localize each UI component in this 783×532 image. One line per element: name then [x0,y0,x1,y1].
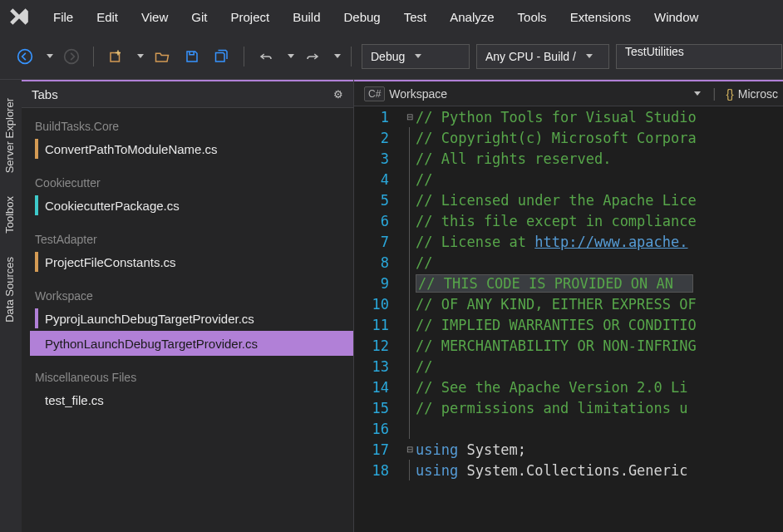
menu-file[interactable]: File [42,0,85,33]
line-number: 9 [354,273,389,293]
redo-button[interactable] [301,45,324,68]
tab-group-label: Cookiecutter [30,173,353,193]
file-name-label: ConvertPathToModuleName.cs [45,142,218,156]
fold-guide [409,460,416,480]
fold-guide [409,397,416,418]
code-line[interactable]: // [416,252,783,273]
side-tab-toolbox[interactable]: Toolbox [0,185,22,245]
fold-guide [409,148,416,169]
code-line[interactable]: // Licensed under the Apache Lice [416,190,783,210]
code-line[interactable]: // License at http://www.apache. [416,231,783,252]
menu-window[interactable]: Window [643,0,710,33]
tab-file-item[interactable]: ConvertPathToModuleName.cs [30,136,353,161]
line-number: 1 [354,106,389,127]
menubar: FileEditViewGitProjectBuildDebugTestAnal… [0,0,783,33]
tab-file-item[interactable]: PythonLaunchDebugTargetProvider.cs [30,331,353,356]
file-color-bar [35,195,38,215]
line-number: 18 [354,460,389,480]
file-color-bar [35,139,38,159]
code-line[interactable]: // See the Apache Version 2.0 Li [416,377,783,397]
code-line[interactable]: using System; [416,439,783,460]
side-tab-data-sources[interactable]: Data Sources [0,245,22,334]
nav-back-button[interactable] [13,45,37,68]
undo-dropdown[interactable] [288,54,294,58]
code-line[interactable]: // Copyright(c) Microsoft Corpora [416,127,783,148]
side-tab-server-explorer[interactable]: Server Explorer [0,86,22,185]
code-line[interactable]: // OF ANY KIND, EITHER EXPRESS OF [416,293,783,314]
nav-forward-button[interactable] [60,45,83,68]
fold-toggle[interactable]: ⊟ [404,439,416,460]
vs-logo-icon [7,4,32,29]
menu-tools[interactable]: Tools [506,0,559,33]
code-line[interactable]: // [416,356,783,377]
code-line[interactable]: using System.Collections.Generic [416,460,783,480]
fold-guide [409,418,416,439]
tab-file-item[interactable]: test_file.cs [30,387,353,412]
fold-guide [409,231,416,252]
menu-test[interactable]: Test [392,0,439,33]
save-button[interactable] [180,45,204,68]
menu-analyze[interactable]: Analyze [438,0,505,33]
chevron-down-icon [415,54,421,58]
chevron-down-icon [586,54,593,58]
tabs-panel-title: Tabs [32,87,58,101]
line-number: 5 [354,190,389,210]
code-editor[interactable]: // Python Tools for Visual Studio// Copy… [416,106,783,532]
code-line[interactable] [416,418,783,439]
fold-guide [409,273,416,293]
code-line[interactable]: // MERCHANTABILITY OR NON-INFRING [416,335,783,356]
file-name-label: PythonLaunchDebugTargetProvider.cs [45,337,258,351]
editor-area: C# Workspace | {} Microsc 12345678910111… [354,80,783,532]
tab-group-label: Miscellaneous Files [30,367,353,387]
new-item-button[interactable] [104,45,127,68]
tab-file-item[interactable]: ProjectFileConstants.cs [30,249,353,274]
file-name-label: PyprojLaunchDebugTargetProvider.cs [45,312,254,326]
fold-toggle[interactable]: ⊟ [404,106,416,127]
fold-guide [409,377,416,397]
tab-file-item[interactable]: CookiecutterPackage.cs [30,193,353,218]
undo-button[interactable] [254,45,278,68]
breadcrumb-namespace[interactable]: {} Microsc [721,87,783,101]
fold-guide [409,293,416,314]
fold-guide [409,190,416,210]
toolbar-separator [351,47,352,66]
code-line[interactable]: // Python Tools for Visual Studio [416,106,783,127]
code-line[interactable]: // THIS CODE IS PROVIDED ON AN [416,273,783,293]
line-number: 11 [354,314,389,335]
chevron-down-icon[interactable] [694,91,701,96]
code-line[interactable]: // [416,169,783,190]
menu-debug[interactable]: Debug [332,0,392,33]
code-line[interactable]: // IMPLIED WARRANTIES OR CONDITIO [416,314,783,335]
tab-group-label: TestAdapter [30,229,353,249]
solution-config-dropdown[interactable]: Debug [362,44,470,69]
line-number: 10 [354,293,389,314]
file-color-bar [35,390,38,410]
open-button[interactable] [150,45,174,68]
nav-back-dropdown[interactable] [47,54,53,58]
breadcrumb-project[interactable]: C# Workspace [359,86,456,101]
code-line[interactable]: // All rights reserved. [416,148,783,169]
redo-dropdown[interactable] [334,54,341,58]
code-line[interactable]: // this file except in compliance [416,210,783,231]
toolbar-separator [93,47,94,66]
menu-build[interactable]: Build [281,0,332,33]
tab-file-item[interactable]: PyprojLaunchDebugTargetProvider.cs [30,306,353,331]
menu-edit[interactable]: Edit [85,0,130,33]
svg-point-0 [18,49,32,63]
gear-icon[interactable]: ⚙ [333,88,343,101]
menu-git[interactable]: Git [180,0,219,33]
breadcrumb: C# Workspace | {} Microsc [354,81,783,106]
side-tab-strip: Server ExplorerToolboxData Sources [0,80,22,532]
file-name-label: test_file.cs [45,393,104,407]
line-number-gutter: 123456789101112131415161718 [354,106,404,532]
menu-project[interactable]: Project [219,0,281,33]
start-target-textbox[interactable]: TestUtilities [616,44,782,69]
fold-guide [409,335,416,356]
menu-view[interactable]: View [130,0,180,33]
code-line[interactable]: // permissions and limitations u [416,397,783,418]
line-number: 16 [354,418,389,439]
save-all-button[interactable] [210,45,234,68]
menu-extensions[interactable]: Extensions [559,0,643,33]
solution-platform-dropdown[interactable]: Any CPU - Build / [476,44,609,69]
new-item-dropdown[interactable] [137,54,144,58]
